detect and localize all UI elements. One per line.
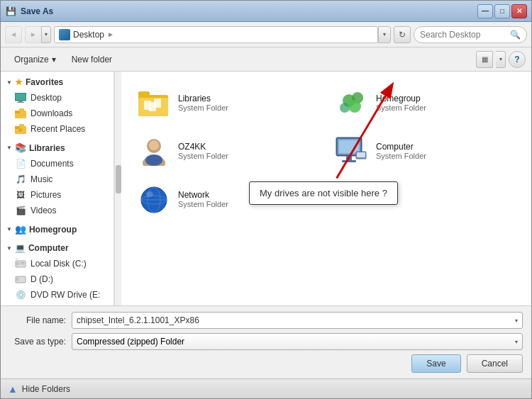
sidebar-item-local-disk-c[interactable]: C Local Disk (C:) [1,256,113,271]
libraries-arrow: ▼ [6,145,12,151]
cancel-button[interactable]: Cancel [467,354,523,373]
svg-rect-24 [149,102,156,111]
view-button[interactable]: ▦ [476,51,493,68]
file-item-user-name: OZ4KK [178,142,228,152]
documents-icon: 📄 [15,158,26,169]
file-item-libraries-info: Libraries System Folder [178,94,228,112]
file-item-network-name: Network [178,190,228,200]
organize-label: Organize [14,55,49,64]
sidebar-item-downloads[interactable]: Downloads [1,106,113,121]
toolbar-right: ▦ ▾ ? [476,51,526,68]
organize-button[interactable]: Organize ▾ [6,50,64,69]
close-button[interactable]: ✕ [511,4,527,18]
sidebar-scrollbar-thumb[interactable] [116,165,121,193]
music-icon: 🎵 [15,174,26,185]
favorites-star-icon: ★ [15,77,23,87]
favorites-header[interactable]: ▼ ★ Favorites [1,74,113,90]
file-item-user[interactable]: OZ4KK System Folder [131,130,323,172]
svg-point-28 [348,100,361,113]
file-item-computer[interactable]: Computer System Folder [329,130,521,172]
hide-folders-label: Hide Folders [22,384,70,394]
new-folder-button[interactable]: New folder [64,50,120,69]
sidebar-item-desktop[interactable]: Desktop [1,90,113,106]
sidebar: ▼ ★ Favorites Desktop Downloads [1,72,114,305]
maximize-button[interactable]: □ [494,4,510,18]
sidebar-section-homegroup: ▼ 👥 Homegroup [1,221,113,237]
svg-point-44 [146,191,153,197]
favorites-arrow: ▼ [6,79,12,86]
downloads-icon [15,108,26,119]
libraries-header[interactable]: ▼ 📚 Libraries [1,140,113,156]
file-item-homegroup[interactable]: Homegroup System Folder [329,82,521,124]
minimize-button[interactable]: — [477,4,493,18]
refresh-button[interactable]: ↻ [394,26,411,43]
computer-folder-icon [335,134,369,168]
sidebar-item-videos[interactable]: 🎬 Videos [1,203,113,218]
d-drive-label: D (D:) [31,274,53,284]
local-disk-c-label: Local Disk (C:) [31,259,87,269]
path-icon [59,29,70,40]
window-title: Save As [21,6,477,16]
sidebar-item-pictures[interactable]: 🖼 Pictures [1,187,113,203]
file-name-dropdown-arrow[interactable]: ▾ [515,317,518,324]
search-input[interactable] [420,30,507,40]
d-drive-icon [15,274,26,285]
search-box[interactable]: 🔍 [414,26,527,43]
sidebar-item-dvd-drive[interactable]: 💿 DVD RW Drive (E: [1,287,113,303]
save-as-type-row: Save as type: Compressed (zipped) Folder… [9,333,523,350]
sidebar-item-music[interactable]: 🎵 Music [1,172,113,187]
sidebar-item-documents[interactable]: 📄 Documents [1,156,113,172]
computer-icon: 💻 [15,243,26,253]
save-as-dialog: 💾 Save As — □ ✕ ◄ ► ▾ Desktop ► ▾ ↻ 🔍 Or… [0,0,532,399]
new-folder-label: New folder [72,55,112,64]
search-icon[interactable]: 🔍 [510,30,521,40]
help-button[interactable]: ? [509,51,526,68]
homegroup-folder-icon [335,86,369,120]
address-dropdown[interactable]: ▾ [378,26,391,43]
file-item-computer-info: Computer System Folder [376,142,426,160]
svg-rect-12 [21,262,24,263]
path-arrow: ► [107,30,114,38]
svg-rect-0 [15,93,26,101]
file-item-homegroup-info: Homegroup System Folder [376,94,426,112]
svg-rect-37 [339,140,359,153]
file-item-computer-name: Computer [376,142,426,152]
libraries-folder-icon [137,86,171,120]
hide-folders-icon: ▲ [8,383,18,395]
file-item-libraries-type: System Folder [178,103,228,112]
save-button[interactable]: Save [411,354,460,373]
recent-places-icon: ↺ [15,123,26,135]
path-text: Desktop [73,30,104,40]
nav-dropdown[interactable]: ▾ [41,26,51,43]
hide-folders-bar[interactable]: ▲ Hide Folders [1,378,531,398]
save-as-type-dropdown[interactable]: Compressed (zipped) Folder ▾ [72,333,523,350]
dvd-drive-label: DVD RW Drive (E: [31,290,100,300]
svg-rect-35 [346,156,352,160]
file-item-network-info: Network System Folder [178,190,228,208]
main-content: ▼ ★ Favorites Desktop Downloads [1,72,531,305]
file-item-user-info: OZ4KK System Folder [178,142,228,160]
action-row: Save Cancel [9,354,523,373]
sidebar-scrollbar[interactable] [114,72,121,305]
view-dropdown[interactable]: ▾ [496,51,506,68]
svg-rect-39 [357,152,365,157]
back-button[interactable]: ◄ [5,26,22,43]
address-path[interactable]: Desktop ► [54,26,378,43]
file-item-homegroup-name: Homegroup [376,94,426,103]
file-name-value: chipset_Intel_6.2.1.1001_XPx86 [77,315,515,325]
file-item-libraries[interactable]: Libraries System Folder [131,82,323,124]
sidebar-item-recent-places[interactable]: ↺ Recent Places [1,121,113,137]
homegroup-arrow: ▼ [6,226,12,232]
file-item-user-type: System Folder [178,152,228,160]
favorites-label: Favorites [26,77,63,87]
desktop-icon [15,92,26,103]
computer-label: Computer [28,243,69,253]
computer-arrow: ▼ [6,245,12,252]
computer-header[interactable]: ▼ 💻 Computer [1,240,113,256]
homegroup-header[interactable]: ▼ 👥 Homegroup [1,221,113,237]
file-name-input[interactable]: chipset_Intel_6.2.1.1001_XPx86 ▾ [72,312,523,329]
sidebar-item-d-drive[interactable]: D (D:) [1,271,113,287]
videos-label: Videos [31,206,56,215]
forward-button[interactable]: ► [25,26,42,43]
sidebar-section-libraries: ▼ 📚 Libraries 📄 Documents 🎵 Music 🖼 Pict… [1,140,113,218]
